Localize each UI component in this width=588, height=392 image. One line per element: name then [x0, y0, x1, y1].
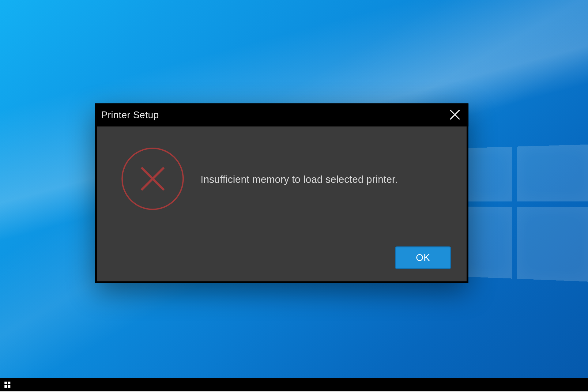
- svg-rect-6: [8, 385, 11, 388]
- windows-start-icon: [4, 382, 10, 388]
- windows-logo-pane: [517, 207, 588, 282]
- error-dialog: Printer Setup Insufficient memory to loa…: [95, 103, 468, 283]
- windows-logo-pane: [517, 144, 588, 201]
- svg-rect-5: [4, 385, 7, 388]
- taskbar: [0, 378, 588, 391]
- svg-rect-3: [4, 382, 7, 384]
- ok-button-label: OK: [416, 252, 430, 263]
- desktop-wallpaper: Printer Setup Insufficient memory to loa…: [0, 0, 588, 391]
- close-button[interactable]: [445, 106, 465, 123]
- start-button[interactable]: [0, 378, 15, 391]
- dialog-titlebar[interactable]: Printer Setup: [95, 103, 468, 126]
- windows-logo: [460, 145, 571, 261]
- dialog-body: Insufficient memory to load selected pri…: [97, 126, 467, 281]
- dialog-message: Insufficient memory to load selected pri…: [201, 174, 449, 185]
- dialog-title: Printer Setup: [95, 109, 159, 121]
- error-icon: [120, 146, 185, 211]
- ok-button[interactable]: OK: [395, 247, 451, 269]
- close-icon: [449, 109, 461, 120]
- svg-rect-4: [8, 382, 11, 384]
